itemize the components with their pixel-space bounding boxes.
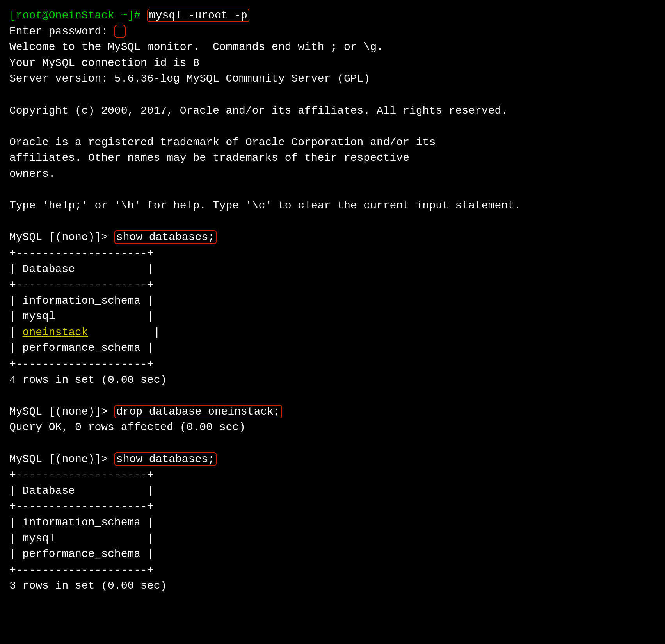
table1-row-perf-schema: | performance_schema | [9,340,656,356]
show-databases-cmd-1: show databases; [114,230,217,244]
table2-bottom: +--------------------+ [9,562,656,578]
enter-password-line: Enter password: [9,24,656,40]
query-ok-line: Query OK, 0 rows affected (0.00 sec) [9,420,656,436]
terminal-window: [root@OneinStack ~]# mysql -uroot -p Ent… [9,8,656,594]
connection-id-line: Your MySQL connection id is 8 [9,55,656,71]
show-databases-cmd-2: show databases; [114,452,217,466]
table1-row-mysql: | mysql | [9,309,656,325]
table1-bottom: +--------------------+ [9,356,656,372]
blank-2 [9,119,656,135]
initial-prompt-line: [root@OneinStack ~]# mysql -uroot -p [9,8,656,24]
table2-row-perf-schema: | performance_schema | [9,546,656,562]
oracle-line-1: Oracle is a registered trademark of Orac… [9,135,656,151]
table1-top: +--------------------+ [9,246,656,262]
table1-row-info-schema: | information_schema | [9,293,656,309]
mysql-prompt-label-2: MySQL [(none)]> [9,406,114,418]
table1-header: | Database | [9,262,656,278]
blank-1 [9,87,656,103]
server-version-line: Server version: 5.6.36-log MySQL Communi… [9,71,656,87]
table1-row-oneinstack: | oneinstack | [9,325,656,341]
rows-count-2: 3 rows in set (0.00 sec) [9,578,656,594]
table2-sep: +--------------------+ [9,499,656,515]
mysql-command-highlight: mysql -uroot -p [147,9,249,22]
password-input-highlight [114,25,126,38]
blank-4 [9,214,656,230]
rows-count-1: 4 rows in set (0.00 sec) [9,372,656,388]
blank-5 [9,388,656,404]
table1-sep: +--------------------+ [9,277,656,293]
help-line: Type 'help;' or '\h' for help. Type '\c'… [9,198,656,214]
prompt-user: [root@OneinStack ~]# [9,9,147,21]
mysql-prompt-2: MySQL [(none)]> drop database oneinstack… [9,404,656,420]
table2-header: | Database | [9,483,656,499]
oneinstack-text: oneinstack [23,326,88,338]
table2-top: +--------------------+ [9,467,656,483]
mysql-prompt-label-3: MySQL [(none)]> [9,453,114,465]
copyright-line: Copyright (c) 2000, 2017, Oracle and/or … [9,103,656,119]
mysql-prompt-label-1: MySQL [(none)]> [9,231,114,243]
oracle-line-2: affiliates. Other names may be trademark… [9,150,656,166]
table2-row-info-schema: | information_schema | [9,515,656,531]
blank-3 [9,182,656,198]
drop-database-cmd: drop database oneinstack; [114,405,282,418]
table2-row-mysql: | mysql | [9,531,656,547]
welcome-line: Welcome to the MySQL monitor. Commands e… [9,39,656,55]
mysql-prompt-3: MySQL [(none)]> show databases; [9,452,656,468]
mysql-prompt-1: MySQL [(none)]> show databases; [9,229,656,246]
oracle-line-3: owners. [9,166,656,182]
enter-password-label: Enter password: [9,25,114,37]
blank-6 [9,436,656,452]
